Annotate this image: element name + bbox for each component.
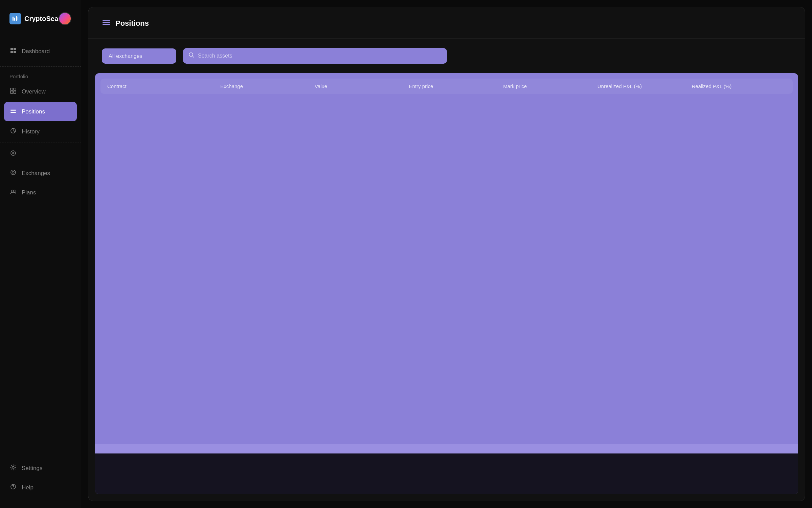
svg-point-20 <box>13 190 15 192</box>
logo-icon <box>9 13 21 24</box>
page-header: Positions <box>88 7 805 39</box>
svg-rect-10 <box>10 91 13 93</box>
svg-point-17 <box>11 170 16 175</box>
table-band-2 <box>95 453 798 494</box>
sidebar-item-positions[interactable]: Positions <box>4 102 77 121</box>
sidebar-item-dashboard[interactable]: Dashboard <box>0 42 81 61</box>
svg-point-18 <box>12 171 14 173</box>
sidebar-item-overview[interactable]: Overview <box>0 82 81 101</box>
logo-text: CryptoSea <box>24 15 58 23</box>
col-entry-price: Entry price <box>409 83 503 89</box>
sidebar-item-settings[interactable]: Settings <box>0 459 81 478</box>
svg-point-19 <box>11 190 13 192</box>
sidebar-item-history[interactable]: History <box>0 122 81 141</box>
positions-icon <box>9 107 17 116</box>
search-icon <box>188 52 195 60</box>
dashboard-icon <box>9 47 17 56</box>
page-title: Positions <box>115 19 149 28</box>
sidebar-item-help[interactable]: Help <box>0 478 81 497</box>
affiliate-icon <box>9 188 17 197</box>
exchanges-icon <box>9 150 17 158</box>
sidebar-item-dashboard-label: Dashboard <box>22 48 50 55</box>
svg-line-28 <box>193 56 194 58</box>
svg-rect-1 <box>14 18 15 21</box>
search-wrapper <box>183 48 447 64</box>
svg-rect-6 <box>10 51 13 53</box>
sidebar-item-help-label: Help <box>22 484 33 491</box>
sidebar-item-history-label: History <box>22 128 40 135</box>
sidebar-item-plans-label: Exchanges <box>22 170 50 177</box>
positions-page-icon <box>102 18 111 29</box>
svg-rect-9 <box>14 88 16 90</box>
exchange-select[interactable]: All exchanges Binance Coinbase Kraken <box>102 48 176 64</box>
table-header: Contract Exchange Value Entry price Mark… <box>100 79 793 94</box>
sidebar-divider-3 <box>0 143 81 143</box>
sidebar-item-settings-label: Settings <box>22 465 42 472</box>
main-panel: Positions All exchanges Binance Coinbase… <box>88 7 805 501</box>
col-realized-pnl: Realized P&L (%) <box>692 83 786 89</box>
col-unrealized-pnl: Unrealized P&L (%) <box>597 83 692 89</box>
plans-icon <box>9 169 17 177</box>
svg-rect-11 <box>14 91 16 93</box>
history-icon <box>9 127 17 136</box>
sidebar-item-overview-label: Overview <box>22 88 46 95</box>
sidebar-nav: Dashboard <box>0 38 81 65</box>
sidebar-header: CryptoSea <box>0 0 81 35</box>
svg-point-21 <box>12 466 14 468</box>
table-body <box>95 94 798 494</box>
svg-point-23 <box>13 488 13 488</box>
svg-rect-8 <box>10 88 13 90</box>
help-icon <box>9 483 17 492</box>
sidebar-item-plans[interactable]: Exchanges <box>0 164 81 183</box>
col-contract: Contract <box>107 83 220 89</box>
sidebar-item-affiliate[interactable]: Plans <box>0 183 81 202</box>
main-content: Positions All exchanges Binance Coinbase… <box>81 0 812 508</box>
svg-rect-5 <box>14 48 16 50</box>
sidebar-item-positions-label: Positions <box>22 108 45 115</box>
svg-rect-0 <box>13 17 14 21</box>
portfolio-label: Portfolio <box>9 73 28 79</box>
col-value: Value <box>315 83 409 89</box>
col-exchange: Exchange <box>220 83 315 89</box>
sidebar-divider-1 <box>0 36 81 36</box>
svg-rect-4 <box>10 48 13 50</box>
table-band-1 <box>95 444 798 453</box>
search-input[interactable] <box>183 48 447 64</box>
settings-icon <box>9 464 17 472</box>
svg-point-16 <box>11 151 16 155</box>
toolbar: All exchanges Binance Coinbase Kraken <box>88 39 805 73</box>
svg-rect-7 <box>14 51 16 53</box>
positions-table: Contract Exchange Value Entry price Mark… <box>95 73 798 494</box>
sidebar-divider-2 <box>0 66 81 67</box>
logo-group: CryptoSea <box>9 13 58 24</box>
sidebar-bottom: Settings Help <box>0 459 81 508</box>
svg-rect-3 <box>18 17 18 20</box>
portfolio-section-label: Portfolio <box>0 68 81 82</box>
sidebar-item-affiliate-label: Plans <box>22 189 36 196</box>
sidebar-item-exchanges[interactable] <box>0 144 81 164</box>
overview-icon <box>9 87 17 96</box>
avatar[interactable] <box>59 12 71 25</box>
svg-rect-2 <box>16 16 17 21</box>
sidebar: CryptoSea Dashboard Portfolio <box>0 0 81 508</box>
col-mark-price: Mark price <box>503 83 597 89</box>
